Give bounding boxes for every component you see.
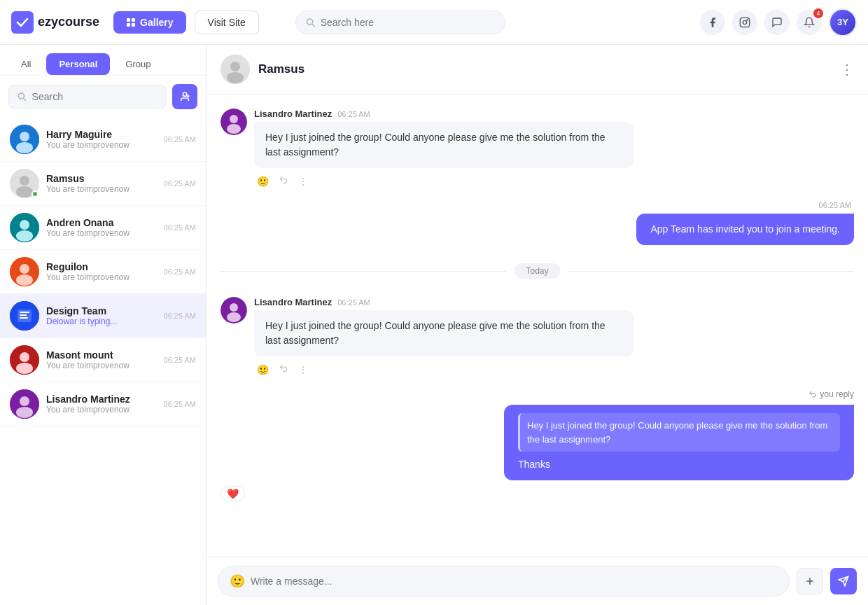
contact-sub: You are toimprovenow bbox=[46, 184, 157, 194]
emoji-button[interactable]: 🙂 bbox=[230, 573, 245, 589]
contact-item[interactable]: Andren Onana You are toimprovenow 06:25 … bbox=[0, 206, 206, 250]
global-search-input[interactable] bbox=[321, 17, 495, 28]
contact-info: Andren Onana You are toimprovenow bbox=[46, 217, 157, 238]
contact-info: Ramsus You are toimprovenow bbox=[46, 173, 157, 194]
contact-time: 06:25 AM bbox=[164, 356, 196, 364]
online-indicator bbox=[31, 190, 38, 197]
avatar-wrap bbox=[10, 389, 39, 419]
contact-sub: You are toimprovenow bbox=[46, 228, 157, 238]
notification-icon-btn[interactable]: 4 bbox=[797, 10, 822, 35]
sidebar: All Personal Group bbox=[0, 45, 206, 605]
message-meta: Lisandro Martinez 06:25 AM bbox=[254, 109, 634, 119]
contact-time: 06:25 AM bbox=[164, 312, 196, 320]
reply-button[interactable] bbox=[276, 362, 291, 377]
attach-button[interactable] bbox=[797, 568, 823, 594]
contact-name: Harry Maguire bbox=[46, 129, 157, 140]
divider-label: Today bbox=[514, 263, 559, 279]
outgoing-time: 06:25 AM bbox=[819, 201, 851, 209]
svg-rect-1 bbox=[132, 18, 135, 22]
contact-time: 06:25 AM bbox=[164, 179, 196, 188]
message-avatar bbox=[220, 109, 247, 135]
tab-personal[interactable]: Personal bbox=[46, 53, 110, 75]
svg-rect-5 bbox=[740, 18, 749, 27]
send-button[interactable] bbox=[830, 568, 857, 594]
divider-line-left bbox=[220, 271, 506, 272]
contact-name: Lisandro Martinez bbox=[46, 394, 157, 405]
avatar bbox=[10, 389, 39, 419]
instagram-icon-btn[interactable] bbox=[732, 10, 757, 35]
chat-icon-btn[interactable] bbox=[764, 10, 790, 35]
message-input[interactable] bbox=[251, 576, 778, 587]
avatar-wrap bbox=[10, 125, 39, 154]
contact-sub: You are toimprovenow bbox=[46, 361, 157, 370]
sidebar-search-row bbox=[0, 76, 206, 118]
reply-indicator: you reply bbox=[808, 389, 854, 399]
avatar bbox=[10, 125, 39, 154]
contact-list: Harry Maguire You are toimprovenow 06:25… bbox=[0, 118, 206, 605]
message-sender: Lisandro Martinez bbox=[254, 297, 332, 307]
svg-point-22 bbox=[20, 264, 29, 274]
reply-label: you reply bbox=[820, 389, 854, 399]
tab-all[interactable]: All bbox=[8, 53, 43, 75]
contact-item[interactable]: Ramsus You are toimprovenow 06:25 AM bbox=[0, 162, 206, 206]
tab-group[interactable]: Group bbox=[113, 53, 163, 75]
reaction-emoji: ❤️ bbox=[227, 488, 239, 499]
outgoing-message-group: 06:25 AM App Team has invited you to joi… bbox=[220, 201, 854, 245]
chat-header: Ramsus ⋮ bbox=[206, 45, 868, 95]
more-button[interactable]: ⋮ bbox=[295, 174, 311, 188]
contact-item-design-team[interactable]: Design Team Delowar is typing... 06:25 A… bbox=[0, 294, 206, 338]
emoji-reaction-button[interactable]: 🙂 bbox=[254, 174, 272, 188]
contact-item[interactable]: Masont mount You are toimprovenow 06:25 … bbox=[0, 338, 206, 382]
svg-rect-28 bbox=[20, 317, 28, 319]
notification-badge: 4 bbox=[813, 8, 823, 18]
emoji-reaction-button[interactable]: 🙂 bbox=[254, 363, 272, 377]
facebook-icon-btn[interactable] bbox=[700, 10, 725, 35]
tab-bar: All Personal Group bbox=[0, 45, 206, 76]
svg-point-13 bbox=[20, 132, 29, 141]
chat-more-button[interactable]: ⋮ bbox=[840, 61, 854, 78]
message-avatar bbox=[220, 297, 247, 324]
contact-info: Harry Maguire You are toimprovenow bbox=[46, 129, 157, 150]
svg-point-4 bbox=[307, 18, 312, 24]
avatar-wrap bbox=[10, 301, 39, 331]
outgoing-reply-bubble: Hey I just joined the group! Could anyon… bbox=[504, 405, 854, 480]
contact-name: Design Team bbox=[46, 305, 157, 317]
contact-item[interactable]: Reguilon You are toimprovenow 06:25 AM bbox=[0, 250, 206, 294]
svg-rect-26 bbox=[20, 312, 29, 313]
more-button[interactable]: ⋮ bbox=[295, 363, 311, 377]
date-divider: Today bbox=[220, 263, 854, 279]
reply-button[interactable] bbox=[276, 174, 291, 188]
user-avatar-nav[interactable]: 3Y bbox=[829, 8, 857, 36]
gallery-button[interactable]: Gallery bbox=[113, 11, 186, 34]
message-row: Lisandro Martinez 06:25 AM Hey I just jo… bbox=[220, 297, 854, 377]
svg-point-19 bbox=[20, 220, 29, 230]
svg-point-16 bbox=[20, 176, 29, 186]
svg-point-43 bbox=[227, 312, 241, 322]
svg-point-42 bbox=[230, 303, 238, 312]
svg-point-20 bbox=[16, 230, 33, 242]
message-meta: Lisandro Martinez 06:25 AM bbox=[254, 297, 634, 307]
logo: ezycourse bbox=[11, 11, 99, 34]
search-icon bbox=[306, 18, 315, 27]
avatar bbox=[10, 301, 39, 331]
svg-point-17 bbox=[16, 186, 33, 197]
logo-icon bbox=[11, 11, 34, 34]
contact-sub: You are toimprovenow bbox=[46, 140, 157, 150]
add-contact-button[interactable] bbox=[172, 84, 197, 109]
contact-name: Ramsus bbox=[46, 173, 157, 184]
contact-item[interactable]: Lisandro Martinez You are toimprovenow 0… bbox=[0, 382, 206, 426]
svg-point-39 bbox=[230, 115, 238, 123]
svg-point-6 bbox=[743, 20, 746, 24]
message-bubble: Hey I just joined the group! Could anyon… bbox=[254, 122, 634, 168]
contact-time: 06:25 AM bbox=[164, 223, 196, 232]
sidebar-search-input[interactable] bbox=[32, 91, 158, 102]
contact-item[interactable]: Harry Maguire You are toimprovenow 06:25… bbox=[0, 118, 206, 162]
visit-site-label: Visit Site bbox=[208, 17, 246, 28]
message-content: Lisandro Martinez 06:25 AM Hey I just jo… bbox=[254, 297, 634, 377]
visit-site-button[interactable]: Visit Site bbox=[195, 11, 259, 34]
message-reaction: ❤️ bbox=[220, 486, 245, 501]
svg-rect-27 bbox=[20, 314, 27, 316]
svg-point-33 bbox=[20, 396, 29, 406]
contact-info: Reguilon You are toimprovenow bbox=[46, 261, 157, 282]
svg-rect-2 bbox=[127, 23, 130, 27]
